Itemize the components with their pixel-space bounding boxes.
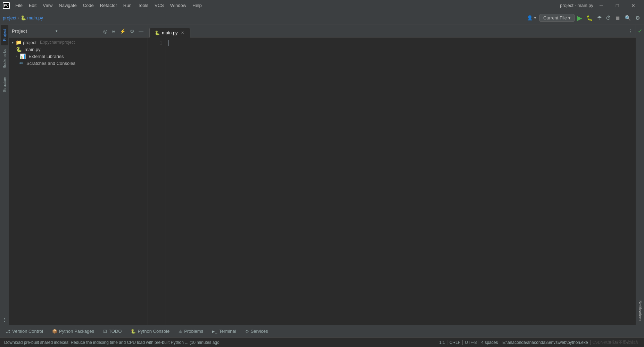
expand-arrow-libs: › — [16, 54, 17, 58]
menu-file[interactable]: File — [13, 2, 25, 9]
window-controls: ─ □ ✕ — [593, 0, 641, 11]
editor-tabs: 🐍 main.py ✕ ⋮ — [148, 25, 636, 37]
window-title: project - main.py — [560, 3, 593, 8]
python-console-icon: 🐍 — [131, 329, 136, 334]
close-button[interactable]: ✕ — [625, 0, 641, 11]
breadcrumb-project[interactable]: project — [3, 15, 16, 20]
notifications-tab[interactable]: Notifications — [637, 297, 644, 325]
status-position[interactable]: 1:1 — [437, 340, 447, 345]
user-dropdown-icon: ▾ — [534, 16, 536, 20]
tab-close-button[interactable]: ✕ — [180, 30, 185, 35]
tab-file-icon: 🐍 — [155, 31, 160, 35]
bottom-tabs: ⎇ Version Control 📦 Python Packages ☑ TO… — [0, 325, 644, 337]
user-account-button[interactable]: 👤 ▾ — [525, 14, 538, 22]
panel-dropdown-icon[interactable]: ▾ — [56, 29, 58, 33]
tab-services[interactable]: ⚙ Services — [241, 327, 272, 336]
check-icon: ✓ — [638, 28, 642, 34]
maximize-button[interactable]: □ — [609, 0, 625, 11]
filter-btn[interactable]: ⚡ — [118, 28, 127, 35]
tree-label-project: project — [23, 40, 36, 45]
code-editor[interactable] — [165, 37, 636, 325]
tab-project[interactable]: Project — [1, 25, 8, 45]
tab-python-packages[interactable]: 📦 Python Packages — [48, 327, 98, 336]
menu-window[interactable]: Window — [167, 2, 189, 9]
editor-tab-mainpy[interactable]: 🐍 main.py ✕ — [149, 28, 190, 37]
tree-item-mainpy[interactable]: 🐍 main.py — [9, 46, 148, 53]
menu-navigate[interactable]: Navigate — [56, 2, 79, 9]
todo-icon: ☑ — [103, 329, 107, 334]
status-interpreter[interactable]: E:\anaconda\anaconda3\envs\web\python.ex… — [500, 340, 590, 345]
main-area: Project Bookmarks Structure ⋮ Project ▾ … — [0, 25, 644, 325]
menu-edit[interactable]: Edit — [26, 2, 39, 9]
expand-arrow-project: ▾ — [12, 41, 14, 44]
menu-view[interactable]: View — [40, 2, 55, 9]
run-button[interactable]: ▶ — [576, 14, 584, 23]
problems-icon: ⚠ — [179, 329, 182, 334]
title-bar: PC File Edit View Navigate Code Refactor… — [0, 0, 644, 11]
locate-file-btn[interactable]: ◎ — [102, 28, 109, 35]
run-config-dropdown-icon: ▾ — [568, 15, 571, 20]
tab-bookmarks[interactable]: Bookmarks — [1, 45, 8, 73]
scratch-icon: ✏ — [19, 60, 24, 66]
tree-item-external-libs[interactable]: › 📊 External Libraries — [9, 53, 148, 60]
info-bar: Download pre-built shared indexes: Reduc… — [0, 337, 644, 347]
project-panel: Project ▾ ◎ ⊟ ⚡ ⚙ — ▾ 📁 project E:\pycha… — [9, 25, 148, 325]
tab-python-console[interactable]: 🐍 Python Console — [126, 327, 174, 336]
menu-run[interactable]: Run — [121, 2, 134, 9]
tab-terminal[interactable]: ▶_ Terminal — [208, 327, 240, 336]
status-encoding[interactable]: UTF-8 — [463, 340, 479, 345]
tree-label-external-libs: External Libraries — [28, 54, 64, 59]
tab-services-label: Services — [251, 329, 268, 334]
coverage-button[interactable]: ☂ — [596, 14, 603, 23]
stop-button[interactable]: ⏹ — [614, 14, 622, 22]
debug-button[interactable]: 🐛 — [585, 14, 594, 23]
tab-version-control-label: Version Control — [12, 329, 43, 334]
status-indent[interactable]: 4 spaces — [479, 340, 500, 345]
tab-version-control[interactable]: ⎇ Version Control — [1, 327, 47, 336]
profile-button[interactable]: ⏱ — [604, 14, 612, 22]
tree-label-scratches: Scratches and Consoles — [26, 61, 75, 66]
line-numbers: 1 — [148, 37, 165, 325]
menu-bar: File Edit View Navigate Code Refactor Ru… — [13, 2, 560, 9]
collapse-all-btn[interactable]: ⊟ — [110, 28, 117, 35]
minimize-button[interactable]: ─ — [593, 0, 609, 11]
services-icon: ⚙ — [245, 329, 249, 334]
panel-header: Project ▾ ◎ ⊟ ⚡ ⚙ — — [9, 25, 148, 37]
breadcrumb-file[interactable]: 🐍main.py — [20, 15, 43, 20]
settings-button[interactable]: ⚙ — [634, 14, 641, 23]
minimize-panel-btn[interactable]: — — [137, 28, 145, 35]
tree-label-mainpy: main.py — [25, 47, 41, 52]
tab-python-packages-label: Python Packages — [59, 329, 94, 334]
run-configuration[interactable]: Current File ▾ — [539, 14, 575, 22]
menu-code[interactable]: Code — [80, 2, 97, 9]
editor-area: 🐍 main.py ✕ ⋮ 1 — [148, 25, 636, 325]
tab-problems-label: Problems — [184, 329, 203, 334]
run-config-label: Current File — [543, 15, 567, 20]
menu-vcs[interactable]: VCS — [152, 2, 167, 9]
project-tree: ▾ 📁 project E:\pycharm\project 🐍 main.py… — [9, 37, 148, 325]
user-icon: 👤 — [527, 15, 533, 20]
menu-refactor[interactable]: Refactor — [97, 2, 120, 9]
tree-item-scratches[interactable]: ✏ Scratches and Consoles — [9, 60, 148, 67]
menu-help[interactable]: Help — [190, 2, 205, 9]
library-icon: 📊 — [20, 53, 26, 59]
python-file-icon: 🐍 — [16, 46, 22, 52]
menu-tools[interactable]: Tools — [135, 2, 151, 9]
gear-btn[interactable]: ⚙ — [129, 28, 136, 35]
tree-item-project[interactable]: ▾ 📁 project E:\pycharm\project — [9, 39, 148, 46]
tab-more-button[interactable]: ⋮ — [627, 27, 634, 35]
search-button[interactable]: 🔍 — [623, 14, 633, 23]
tab-todo-label: TODO — [109, 329, 122, 334]
editor-content: 1 — [148, 37, 636, 325]
left-tabs: Project Bookmarks Structure ⋮ — [0, 25, 9, 325]
status-watermark: CSDN@加花猫不受砍雏鸡 — [591, 340, 640, 345]
tab-todo[interactable]: ☑ TODO — [99, 327, 126, 336]
tab-python-console-label: Python Console — [138, 329, 170, 334]
vertical-toolbar-icon[interactable]: ⋮ — [0, 315, 9, 325]
panel-title: Project — [12, 28, 53, 34]
status-line-ending[interactable]: CRLF — [447, 340, 462, 345]
tab-label: main.py — [162, 30, 178, 35]
tab-problems[interactable]: ⚠ Problems — [174, 327, 207, 336]
toolbar: project › 🐍main.py 👤 ▾ Current File ▾ ▶ … — [0, 11, 644, 25]
tab-structure[interactable]: Structure — [1, 73, 8, 96]
